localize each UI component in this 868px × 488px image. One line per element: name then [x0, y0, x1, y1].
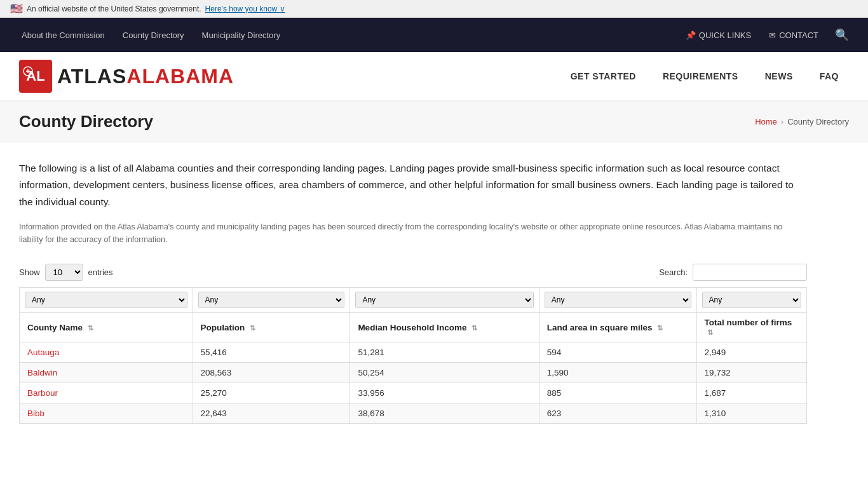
logo-text: ATLAS ALABAMA [57, 65, 234, 88]
col-label-county-name: County Name [27, 323, 83, 332]
breadcrumb-current: County Directory [787, 117, 849, 126]
mail-icon: ✉ [769, 30, 776, 40]
show-entries: Show 10 25 50 100 entries [19, 264, 113, 281]
cell-land: 594 [539, 342, 696, 363]
cell-income: 50,254 [350, 363, 539, 383]
gov-banner-text: An official website of the United States… [27, 4, 201, 13]
col-header-county-name[interactable]: County Name ⇅ [20, 313, 193, 342]
cell-income: 51,281 [350, 342, 539, 363]
logo-atlas: ATLAS [57, 65, 126, 88]
county-link-autauga[interactable]: Autauga [27, 348, 59, 357]
col-label-income: Median Household Income [358, 323, 466, 332]
nav-county-dir[interactable]: County Directory [114, 20, 193, 50]
filter-income: Any [350, 288, 539, 313]
breadcrumb-home[interactable]: Home [755, 117, 777, 126]
breadcrumb-separator: › [781, 117, 783, 126]
cell-population: 25,270 [193, 383, 350, 403]
column-headers: County Name ⇅ Population ⇅ Median Househ… [20, 313, 807, 342]
table-row: Barbour 25,270 33,956 885 1,687 [20, 383, 807, 403]
col-label-firms: Total number of firms [705, 318, 792, 327]
cell-county-name: Bibb [20, 403, 193, 424]
logo-area[interactable]: AL ATLAS ALABAMA [19, 52, 234, 100]
col-header-income[interactable]: Median Household Income ⇅ [350, 313, 539, 342]
table-row: Baldwin 208,563 50,254 1,590 19,732 [20, 363, 807, 383]
nav-about[interactable]: About the Commission [13, 20, 114, 50]
cell-population: 55,416 [193, 342, 350, 363]
description-sub: Information provided on the Atlas Alabam… [19, 220, 807, 246]
top-nav-right: 📌 QUICK LINKS ✉ CONTACT 🔍 [678, 18, 855, 52]
nav-muni-dir[interactable]: Municipality Directory [193, 20, 290, 50]
breadcrumb: Home › County Directory [755, 117, 849, 126]
top-nav-left: About the Commission County Directory Mu… [13, 20, 289, 50]
sort-icon-income[interactable]: ⇅ [471, 324, 477, 332]
col-header-land[interactable]: Land area in square miles ⇅ [539, 313, 696, 342]
contact-link[interactable]: ✉ CONTACT [761, 20, 826, 50]
search-button[interactable]: 🔍 [829, 18, 855, 52]
filter-income-select[interactable]: Any [355, 292, 533, 308]
filter-population: Any [193, 288, 350, 313]
logo-icon: AL [19, 60, 52, 93]
quick-links-label: QUICK LINKS [699, 30, 751, 40]
cell-county-name: Autauga [20, 342, 193, 363]
cell-county-name: Barbour [20, 383, 193, 403]
col-label-population: Population [201, 323, 245, 332]
filter-land: Any [539, 288, 696, 313]
page-title: County Directory [19, 112, 153, 132]
sort-icon-population[interactable]: ⇅ [250, 324, 255, 332]
filter-row: Any Any Any Any [20, 288, 807, 313]
entries-label: entries [88, 268, 113, 277]
table-controls: Show 10 25 50 100 entries Search: [19, 264, 807, 281]
description-main: The following is a list of all Alabama c… [19, 160, 807, 210]
cell-population: 22,643 [193, 403, 350, 424]
sort-icon-land[interactable]: ⇅ [657, 324, 663, 332]
cell-land: 623 [539, 403, 696, 424]
nav-faq[interactable]: FAQ [810, 65, 849, 88]
county-link-barbour[interactable]: Barbour [27, 388, 58, 398]
quick-links-link[interactable]: 📌 QUICK LINKS [678, 20, 759, 50]
top-nav: About the Commission County Directory Mu… [0, 18, 868, 52]
cell-land: 1,590 [539, 363, 696, 383]
nav-requirements[interactable]: REQUIREMENTS [653, 65, 749, 88]
sort-icon-county[interactable]: ⇅ [88, 324, 93, 332]
cell-firms: 2,949 [696, 342, 806, 363]
search-label: Search: [659, 268, 688, 277]
cell-income: 38,678 [350, 403, 539, 424]
cell-county-name: Baldwin [20, 363, 193, 383]
nav-get-started[interactable]: GET STARTED [560, 65, 646, 88]
table-body: Autauga 55,416 51,281 594 2,949 Baldwin … [20, 342, 807, 424]
cell-land: 885 [539, 383, 696, 403]
us-flag-icon: 🇺🇸 [10, 3, 23, 15]
main-header: AL ATLAS ALABAMA GET STARTED REQUIREMENT… [0, 52, 868, 102]
cell-firms: 19,732 [696, 363, 806, 383]
col-label-land: Land area in square miles [547, 323, 653, 332]
table-row: Autauga 55,416 51,281 594 2,949 [20, 342, 807, 363]
data-table: Any Any Any Any [19, 287, 807, 424]
cell-firms: 1,687 [696, 383, 806, 403]
main-nav: GET STARTED REQUIREMENTS NEWS FAQ [560, 65, 849, 88]
filter-county-select[interactable]: Any [25, 292, 187, 308]
pin-icon: 📌 [686, 30, 696, 40]
filter-pop-select[interactable]: Any [198, 292, 345, 308]
search-box: Search: [659, 264, 807, 281]
entries-select[interactable]: 10 25 50 100 [45, 264, 83, 281]
content-area: The following is a list of all Alabama c… [0, 142, 826, 442]
gov-banner: 🇺🇸 An official website of the United Sta… [0, 0, 868, 18]
filter-county-name: Any [20, 288, 193, 313]
breadcrumb-section: County Directory Home › County Directory [0, 102, 868, 142]
filter-firms: Any [696, 288, 806, 313]
contact-label: CONTACT [779, 30, 818, 40]
cell-firms: 1,310 [696, 403, 806, 424]
show-label: Show [19, 268, 40, 277]
filter-land-select[interactable]: Any [545, 292, 691, 308]
logo-alabama: ALABAMA [126, 65, 234, 88]
sort-icon-firms[interactable]: ⇅ [707, 329, 713, 337]
county-link-bibb[interactable]: Bibb [27, 409, 44, 418]
col-header-firms[interactable]: Total number of firms ⇅ [696, 313, 806, 342]
col-header-population[interactable]: Population ⇅ [193, 313, 350, 342]
cell-income: 33,956 [350, 383, 539, 403]
gov-banner-link[interactable]: Here's how you know ∨ [205, 4, 285, 13]
search-input[interactable] [693, 264, 807, 281]
nav-news[interactable]: NEWS [755, 65, 803, 88]
county-link-baldwin[interactable]: Baldwin [27, 368, 57, 377]
filter-firms-select[interactable]: Any [702, 292, 801, 308]
